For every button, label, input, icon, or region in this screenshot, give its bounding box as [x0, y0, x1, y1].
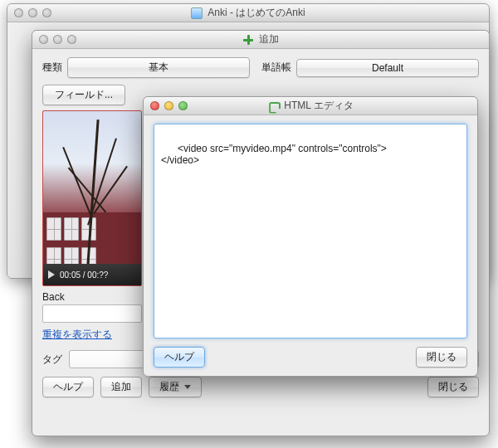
main-titlebar: Anki - はじめてのAnki	[7, 4, 489, 22]
minimize-icon[interactable]	[28, 8, 37, 17]
deck-button[interactable]: Default	[296, 59, 479, 77]
zoom-icon[interactable]	[178, 101, 188, 110]
note-type-button[interactable]: 基本	[67, 57, 250, 78]
main-window-title-text: Anki - はじめてのAnki	[208, 6, 305, 20]
close-icon[interactable]	[150, 101, 159, 110]
zoom-icon[interactable]	[42, 8, 51, 17]
add-traffic-lights	[32, 35, 76, 44]
minimize-icon[interactable]	[53, 35, 62, 44]
editor-traffic-lights	[144, 101, 188, 110]
deck-value: Default	[372, 62, 403, 74]
back-field-input[interactable]	[42, 304, 142, 323]
fields-button[interactable]: フィールド...	[42, 85, 125, 105]
editor-icon	[267, 100, 279, 112]
anki-app-icon	[191, 7, 203, 19]
close-button[interactable]: 閉じる	[427, 377, 479, 397]
history-button[interactable]: 履歴	[149, 377, 202, 397]
add-titlebar: 追加	[32, 31, 489, 49]
tag-label: タグ	[42, 353, 62, 367]
type-label: 種類	[42, 61, 62, 75]
close-button[interactable]: 閉じる	[416, 347, 467, 368]
deck-label: 単語帳	[261, 61, 291, 75]
chevron-down-icon	[184, 385, 191, 389]
play-icon[interactable]	[48, 270, 55, 279]
main-window-title: Anki - はじめてのAnki	[7, 6, 489, 20]
help-button[interactable]: ヘルプ	[42, 377, 94, 397]
type-deck-row: 種類 基本 単語帳 Default	[42, 57, 479, 78]
add-window-title: 追加	[32, 32, 489, 46]
plus-icon	[242, 34, 254, 46]
html-editor-window: HTML エディタ <video src="myvideo.mp4" contr…	[143, 96, 478, 377]
add-button[interactable]: 追加	[100, 377, 142, 397]
note-type-value: 基本	[149, 61, 168, 73]
help-button[interactable]: ヘルプ	[154, 347, 205, 368]
html-editor-content: <video src="myvideo.mp4" controls="contr…	[161, 143, 387, 166]
html-editor-textarea[interactable]: <video src="myvideo.mp4" controls="contr…	[154, 124, 467, 338]
show-duplicates-link[interactable]: 重複を表示する	[42, 328, 112, 342]
close-icon[interactable]	[14, 8, 23, 17]
front-field-video[interactable]: 00:05 / 00:??	[42, 110, 142, 286]
editor-bottom-bar: ヘルプ 閉じる	[154, 347, 467, 368]
video-controls[interactable]: 00:05 / 00:??	[43, 264, 141, 285]
zoom-icon[interactable]	[67, 35, 76, 44]
add-bottom-bar: ヘルプ 追加 履歴 閉じる	[42, 377, 479, 397]
minimize-icon[interactable]	[164, 101, 173, 110]
add-window-title-text: 追加	[259, 32, 279, 46]
editor-window-title: HTML エディタ	[144, 99, 477, 113]
editor-titlebar: HTML エディタ	[144, 97, 477, 115]
main-traffic-lights	[7, 8, 51, 17]
editor-window-title-text: HTML エディタ	[284, 99, 354, 113]
editor-body: <video src="myvideo.mp4" controls="contr…	[144, 115, 477, 376]
close-icon[interactable]	[39, 35, 48, 44]
video-time: 00:05 / 00:??	[60, 270, 108, 280]
